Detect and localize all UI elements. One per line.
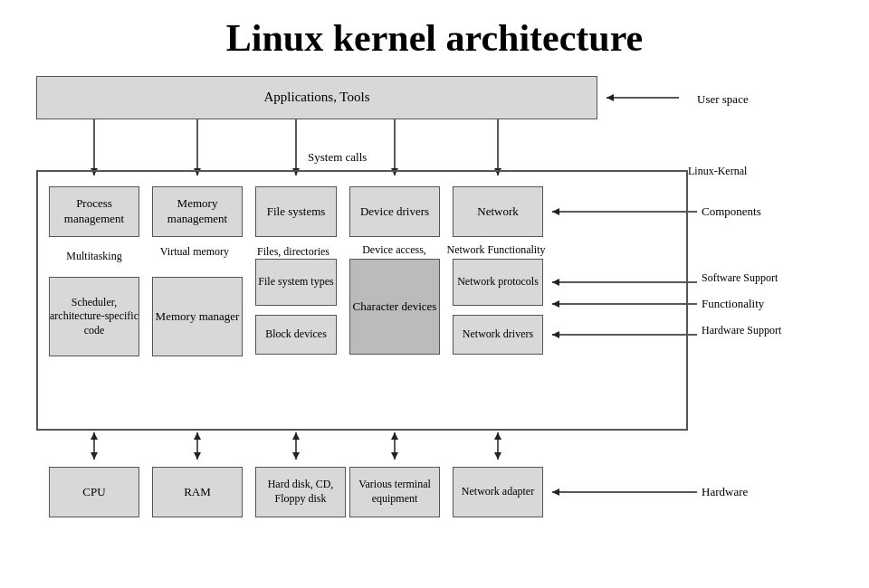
svg-marker-36 xyxy=(494,452,501,460)
applications-bar: Applications, Tools xyxy=(36,76,597,119)
scheduler-box: Scheduler, architecture-specific code xyxy=(49,277,139,356)
network-drivers-box: Network drivers xyxy=(453,315,543,355)
svg-marker-26 xyxy=(194,432,201,440)
svg-marker-21 xyxy=(552,488,559,496)
files-directories-label: Files, directories xyxy=(249,245,338,259)
svg-marker-27 xyxy=(194,452,201,460)
process-management-box: Process management xyxy=(49,186,139,237)
hardware-label: Hardware xyxy=(702,485,748,499)
character-devices-box: Character devices xyxy=(349,259,440,355)
multitasking-label: Multitasking xyxy=(49,250,139,263)
svg-marker-29 xyxy=(292,432,300,440)
ram-box: RAM xyxy=(152,467,243,517)
svg-marker-30 xyxy=(292,452,300,460)
svg-marker-33 xyxy=(391,452,398,460)
device-drivers-box: Device drivers xyxy=(349,186,440,237)
network-functionality-label: Network Functionality xyxy=(446,243,546,257)
linux-kernal-label: Linux-Kernal xyxy=(688,165,747,178)
file-systems-box: File systems xyxy=(255,186,337,237)
network-protocols-box: Network protocols xyxy=(453,259,543,306)
user-space-label: User space xyxy=(697,92,749,107)
svg-marker-24 xyxy=(91,452,98,460)
svg-marker-35 xyxy=(494,432,501,440)
svg-marker-32 xyxy=(391,432,398,440)
block-devices-box: Block devices xyxy=(255,315,337,355)
svg-marker-11 xyxy=(606,94,614,101)
system-calls-label: System calls xyxy=(308,150,367,165)
components-label: Components xyxy=(702,204,761,219)
network-adapter-box: Network adapter xyxy=(453,467,543,517)
functionality-label: Functionality xyxy=(702,297,764,311)
virtual-memory-label: Virtual memory xyxy=(145,245,244,259)
hdd-box: Hard disk, CD, Floppy disk xyxy=(255,467,346,517)
software-support-label: Software Support xyxy=(702,271,778,285)
svg-marker-23 xyxy=(91,432,98,440)
hardware-support-label: Hardware Support xyxy=(702,324,781,337)
memory-manager-box: Memory manager xyxy=(152,277,243,356)
memory-management-box: Memory management xyxy=(152,186,243,237)
page-title: Linux kernel architecture xyxy=(0,0,869,69)
terminal-box: Various terminal equipment xyxy=(349,467,440,517)
fs-types-box: File system types xyxy=(255,259,337,306)
cpu-box: CPU xyxy=(49,467,139,517)
network-box: Network xyxy=(453,186,543,237)
